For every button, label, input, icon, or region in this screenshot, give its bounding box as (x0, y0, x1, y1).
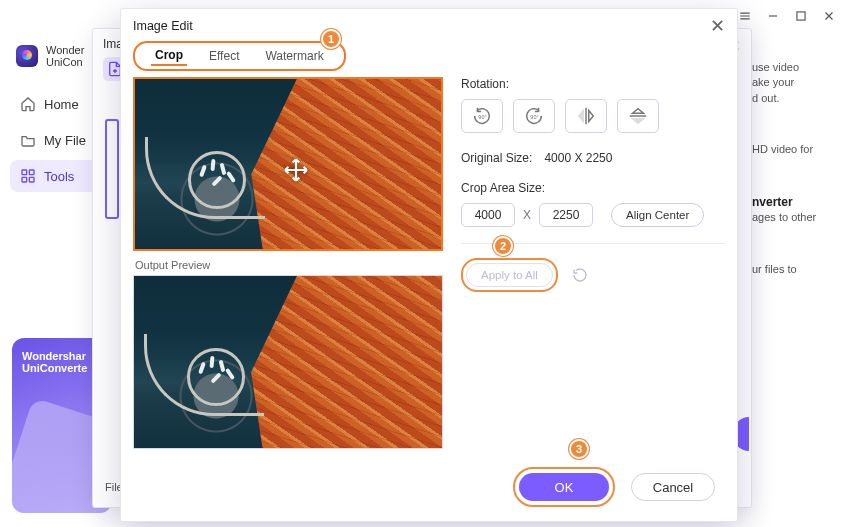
svg-text:90°: 90° (530, 114, 538, 120)
close-icon[interactable]: ✕ (710, 17, 725, 35)
sidebar-item-home[interactable]: Home (10, 88, 100, 120)
folder-icon (20, 132, 36, 148)
settings-icon[interactable] (738, 9, 752, 23)
align-center-button[interactable]: Align Center (611, 203, 704, 227)
tab-effect[interactable]: Effect (205, 47, 243, 65)
crop-area-label: Crop Area Size: (461, 181, 725, 195)
rotate-cw-button[interactable]: 90° (513, 99, 555, 133)
right-cards-peek: use video ake your d out. HD video for n… (752, 60, 834, 277)
output-preview-label: Output Preview (135, 259, 443, 271)
flip-horizontal-button[interactable] (565, 99, 607, 133)
home-icon (20, 96, 36, 112)
image-edit-modal: Image Edit ✕ 1 Crop Effect Watermark (120, 8, 738, 522)
rotation-label: Rotation: (461, 77, 725, 91)
maximize-icon[interactable] (794, 9, 808, 23)
output-preview (133, 275, 443, 449)
move-cursor-icon (283, 157, 309, 183)
svg-rect-4 (29, 178, 34, 183)
card-text: d out. (752, 91, 834, 106)
svg-text:90°: 90° (478, 114, 486, 120)
svg-rect-2 (29, 170, 34, 175)
tab-crop[interactable]: Crop (151, 46, 187, 66)
callout-badge-1: 1 (321, 29, 341, 49)
tab-watermark[interactable]: Watermark (261, 47, 327, 65)
brand: Wonder UniCon (10, 36, 100, 84)
original-size-value: 4000 X 2250 (544, 151, 612, 165)
sidebar-item-myfiles[interactable]: My File (10, 124, 100, 156)
sidebar-item-label: Home (44, 97, 79, 112)
brand-logo-icon (16, 45, 38, 67)
rotate-ccw-button[interactable]: 90° (461, 99, 503, 133)
minimize-icon[interactable] (766, 9, 780, 23)
brand-text: Wonder UniCon (46, 44, 84, 68)
crop-width-input[interactable] (461, 203, 515, 227)
callout-badge-2: 2 (493, 236, 513, 256)
selected-thumbnail[interactable] (105, 119, 119, 219)
tabs: Crop Effect Watermark (133, 41, 346, 71)
sidebar-item-label: Tools (44, 169, 74, 184)
close-icon[interactable] (822, 9, 836, 23)
promo-subtitle: UniConverte (22, 362, 102, 374)
card-text: ake your (752, 75, 834, 90)
sidebar-item-label: My File (44, 133, 86, 148)
modal-title: Image Edit (133, 19, 193, 33)
svg-rect-0 (797, 12, 805, 20)
reset-icon[interactable] (572, 267, 588, 283)
card-text: ur files to (752, 262, 834, 277)
ok-button[interactable]: OK (519, 473, 609, 501)
svg-rect-3 (22, 178, 27, 183)
apply-to-all-button[interactable]: Apply to All (466, 263, 553, 287)
x-separator: X (523, 208, 531, 222)
callout-badge-3: 3 (569, 439, 589, 459)
sidebar: Wonder UniCon Home My File Tools (10, 36, 100, 192)
tools-icon (20, 168, 36, 184)
card-text: use video (752, 60, 834, 75)
card-text: ages to other (752, 210, 834, 225)
sidebar-item-tools[interactable]: Tools (10, 160, 100, 192)
svg-rect-1 (22, 170, 27, 175)
card-title: nverter (752, 194, 834, 211)
crop-preview[interactable] (133, 77, 443, 251)
cancel-button[interactable]: Cancel (631, 473, 715, 501)
original-size-label: Original Size: (461, 151, 532, 165)
crop-height-input[interactable] (539, 203, 593, 227)
flip-vertical-button[interactable] (617, 99, 659, 133)
promo-title: Wondershar (22, 350, 102, 362)
card-text: HD video for (752, 142, 834, 157)
